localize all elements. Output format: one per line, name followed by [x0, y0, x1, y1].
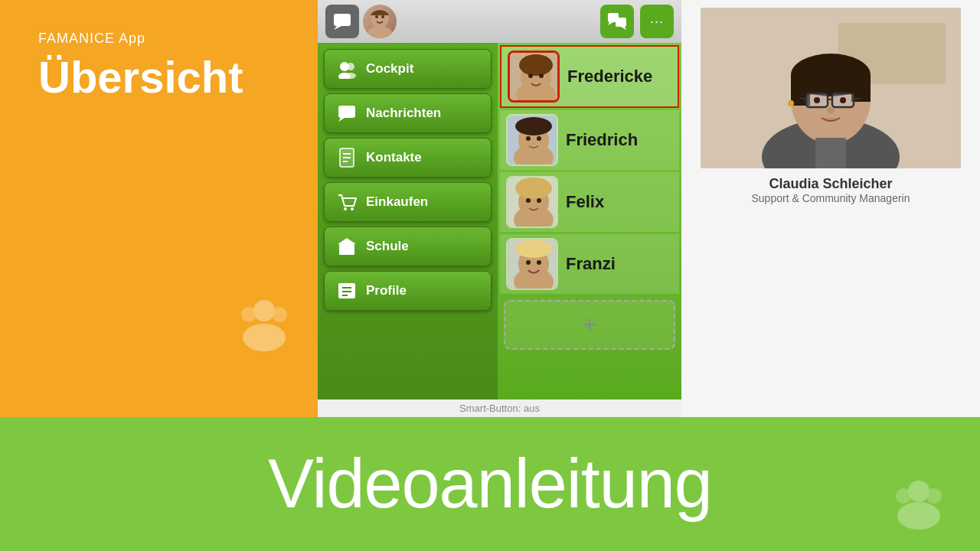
svg-point-17	[345, 73, 356, 79]
svg-marker-19	[338, 118, 345, 122]
svg-point-15	[347, 63, 354, 70]
nachrichten-icon	[335, 102, 358, 125]
svg-point-83	[926, 488, 942, 504]
svg-point-3	[272, 307, 287, 322]
menu-item-profile[interactable]: Profile	[324, 271, 492, 311]
contact-avatar-fredericke	[508, 51, 560, 103]
message-icon[interactable]	[325, 5, 359, 38]
svg-point-25	[344, 207, 347, 210]
more-button[interactable]: ···	[640, 5, 674, 38]
middle-panel: ··· CockpitNachrichtenKontakteEinkaufenS…	[318, 0, 681, 417]
presenter-role: Support & Community Managerin	[752, 192, 910, 204]
app-content: CockpitNachrichtenKontakteEinkaufenSchul…	[318, 43, 681, 399]
left-logo	[234, 292, 295, 356]
svg-point-71	[814, 97, 820, 103]
svg-point-7	[368, 26, 392, 38]
top-area: FAMANICE App Übersicht	[0, 0, 980, 417]
svg-point-45	[537, 136, 541, 141]
smart-button-status: Smart-Button: aus	[318, 399, 681, 417]
svg-point-49	[515, 178, 552, 199]
svg-marker-28	[338, 238, 356, 244]
svg-point-80	[908, 481, 929, 502]
svg-marker-5	[334, 26, 341, 30]
menu-item-einkaufen[interactable]: Einkaufen	[324, 182, 492, 222]
app-menu: CockpitNachrichtenKontakteEinkaufenSchul…	[318, 43, 498, 399]
menu-label-profile: Profile	[366, 283, 407, 298]
svg-point-37	[519, 54, 553, 76]
contact-item-franzi[interactable]: Franzi	[500, 234, 679, 294]
menu-label-cockpit: Cockpit	[366, 61, 413, 77]
presenter-info: Claudia Schleicher Support & Community M…	[752, 176, 910, 204]
svg-point-9	[381, 15, 384, 18]
svg-point-39	[539, 73, 544, 78]
cockpit-icon	[335, 57, 358, 80]
presenter-video	[701, 8, 961, 168]
user-avatar-top[interactable]	[363, 5, 397, 38]
svg-point-38	[528, 73, 533, 78]
app-title: Übersicht	[38, 53, 295, 102]
svg-marker-13	[621, 27, 626, 30]
right-panel: Claudia Schleicher Support & Community M…	[681, 0, 980, 417]
contact-item-felix[interactable]: Felix	[500, 172, 679, 232]
menu-label-kontakte: Kontakte	[366, 150, 422, 165]
menu-item-nachrichten[interactable]: Nachrichten	[324, 93, 492, 133]
bottom-bar: Videoanleitung	[0, 417, 980, 551]
topbar-left	[325, 5, 397, 38]
svg-point-57	[537, 260, 541, 265]
contact-item-friedrich[interactable]: Friedrich	[500, 110, 679, 170]
svg-point-81	[897, 502, 940, 530]
svg-rect-12	[616, 18, 626, 27]
contacts-list: FrederickeFriedrichFelixFranzi +	[498, 43, 681, 399]
kontakte-icon	[335, 146, 358, 169]
svg-point-50	[526, 198, 531, 203]
contact-name-franzi: Franzi	[566, 254, 616, 274]
svg-point-56	[526, 260, 531, 265]
app-topbar: ···	[318, 0, 681, 43]
contact-avatar-felix	[506, 176, 558, 228]
bottom-logo	[888, 471, 949, 536]
svg-point-51	[537, 198, 541, 203]
svg-rect-4	[334, 14, 351, 26]
svg-marker-11	[608, 22, 613, 25]
contact-avatar-franzi	[506, 238, 558, 290]
app-label: FAMANICE App	[38, 31, 295, 47]
bottom-title: Videoanleitung	[268, 445, 712, 523]
menu-item-kontakte[interactable]: Kontakte	[324, 138, 492, 178]
svg-point-82	[896, 488, 911, 504]
svg-rect-75	[815, 138, 846, 168]
contact-name-felix: Felix	[566, 192, 604, 212]
contact-name-fredericke: Fredericke	[567, 67, 652, 86]
svg-point-43	[515, 117, 552, 135]
contact-name-friedrich: Friedrich	[566, 130, 638, 150]
einkaufen-icon	[335, 191, 358, 214]
contact-item-fredericke[interactable]: Fredericke	[500, 45, 679, 108]
topbar-right: ···	[600, 5, 674, 38]
svg-point-8	[375, 15, 378, 18]
contact-avatar-friedrich	[506, 114, 558, 166]
svg-point-72	[840, 97, 846, 103]
left-panel: FAMANICE App Übersicht	[0, 0, 318, 417]
chat-button[interactable]	[600, 5, 634, 38]
svg-rect-18	[338, 106, 355, 118]
menu-label-einkaufen: Einkaufen	[366, 194, 428, 210]
menu-item-cockpit[interactable]: Cockpit	[324, 49, 492, 89]
menu-label-schule: Schule	[366, 239, 409, 254]
svg-point-26	[351, 207, 354, 210]
svg-point-55	[515, 240, 552, 258]
svg-point-2	[241, 307, 256, 322]
svg-rect-29	[345, 249, 349, 255]
svg-point-1	[243, 324, 286, 351]
profile-icon	[335, 279, 358, 302]
menu-label-nachrichten: Nachrichten	[366, 106, 441, 121]
svg-point-73	[827, 107, 835, 113]
menu-item-schule[interactable]: Schule	[324, 227, 492, 266]
presenter-name: Claudia Schleicher	[752, 176, 910, 192]
screen: FAMANICE App Übersicht	[0, 0, 980, 551]
add-icon: +	[583, 311, 597, 339]
svg-point-44	[526, 136, 531, 141]
schule-icon	[335, 235, 358, 258]
add-contact-button[interactable]: +	[504, 300, 675, 350]
svg-point-74	[788, 100, 794, 106]
svg-point-0	[253, 300, 275, 321]
